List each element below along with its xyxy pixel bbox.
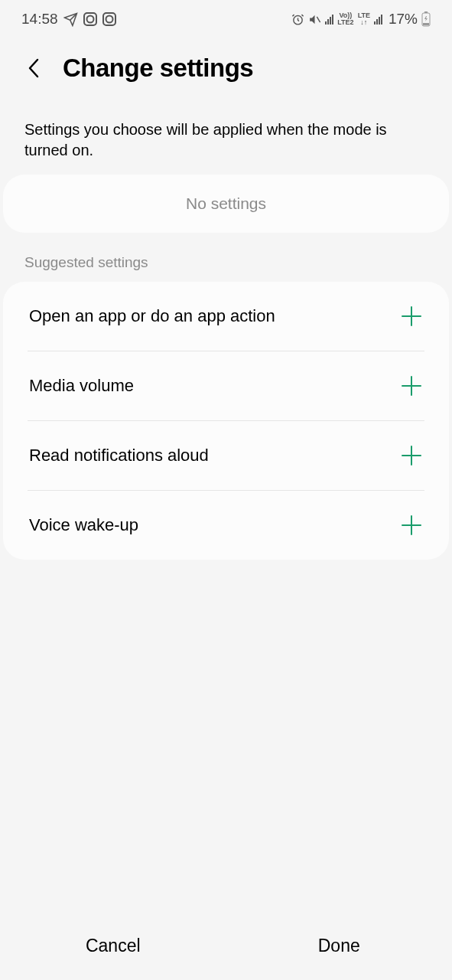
header: Change settings: [0, 38, 452, 106]
suggested-settings-label: Suggested settings: [0, 254, 452, 282]
setting-label: Open an app or do an app action: [29, 306, 275, 326]
back-button[interactable]: [23, 57, 44, 79]
no-settings-card: No settings: [3, 175, 449, 233]
mute-icon: [308, 13, 321, 26]
setting-label: Read notifications aloud: [29, 446, 209, 466]
plus-icon: [401, 375, 422, 397]
setting-row-media-volume[interactable]: Media volume: [3, 351, 449, 420]
status-time: 14:58: [21, 11, 58, 28]
status-right: Vo)) LTE2 LTE ↓↑ 17%: [291, 11, 431, 28]
setting-row-read-notifications[interactable]: Read notifications aloud: [3, 421, 449, 490]
bottom-bar: Cancel Done: [0, 911, 452, 980]
add-button[interactable]: [400, 514, 423, 537]
setting-row-voice-wakeup[interactable]: Voice wake-up: [3, 491, 449, 560]
plus-icon: [401, 514, 422, 536]
add-button[interactable]: [400, 305, 423, 328]
setting-label: Media volume: [29, 376, 134, 396]
setting-label: Voice wake-up: [29, 515, 138, 535]
chevron-left-icon: [28, 58, 40, 78]
settings-description: Settings you choose will be applied when…: [0, 106, 452, 175]
svg-line-1: [317, 16, 320, 21]
add-button[interactable]: [400, 444, 423, 467]
plus-icon: [401, 305, 422, 327]
status-left: 14:58: [21, 11, 116, 28]
cancel-button[interactable]: Cancel: [0, 911, 226, 980]
suggested-settings-card: Open an app or do an app action Media vo…: [3, 282, 449, 560]
signal-icon-2: [374, 14, 382, 24]
svg-rect-4: [423, 23, 429, 25]
instagram-icon: [83, 12, 97, 26]
telegram-icon: [63, 12, 78, 27]
volte-icon: Vo)) LTE2: [337, 12, 353, 26]
battery-percent: 17%: [389, 11, 418, 28]
done-button[interactable]: Done: [226, 911, 453, 980]
status-bar: 14:58 Vo)) LTE2 LTE ↓↑ 17%: [0, 0, 452, 38]
page-title: Change settings: [63, 54, 253, 83]
lte-icon: LTE ↓↑: [358, 12, 370, 26]
setting-row-open-app[interactable]: Open an app or do an app action: [3, 282, 449, 351]
alarm-icon: [291, 13, 304, 26]
add-button[interactable]: [400, 374, 423, 397]
plus-icon: [401, 445, 422, 466]
svg-rect-3: [424, 11, 428, 13]
instagram-icon: [102, 12, 116, 26]
signal-icon: [325, 14, 333, 24]
battery-icon: [421, 11, 431, 27]
